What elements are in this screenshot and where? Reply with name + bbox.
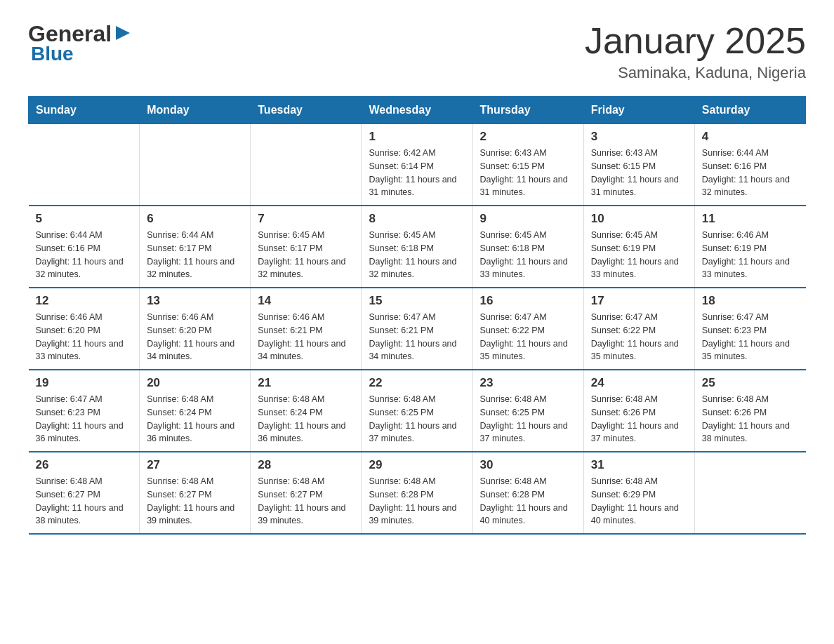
day-number: 10 <box>591 212 687 226</box>
day-number: 8 <box>369 212 465 226</box>
calendar-cell: 2Sunrise: 6:43 AM Sunset: 6:15 PM Daylig… <box>472 124 583 206</box>
day-number: 11 <box>702 212 799 226</box>
day-number: 13 <box>147 294 243 308</box>
calendar-cell: 26Sunrise: 6:48 AM Sunset: 6:27 PM Dayli… <box>29 452 140 534</box>
day-info: Sunrise: 6:48 AM Sunset: 6:27 PM Dayligh… <box>36 475 133 528</box>
day-info: Sunrise: 6:42 AM Sunset: 6:14 PM Dayligh… <box>369 147 465 199</box>
day-info: Sunrise: 6:48 AM Sunset: 6:25 PM Dayligh… <box>480 393 576 445</box>
calendar-cell <box>251 124 362 206</box>
day-number: 7 <box>258 212 354 226</box>
header-day-wednesday: Wednesday <box>362 97 472 124</box>
calendar-cell: 27Sunrise: 6:48 AM Sunset: 6:27 PM Dayli… <box>140 452 251 534</box>
day-number: 5 <box>36 212 133 226</box>
calendar-cell: 24Sunrise: 6:48 AM Sunset: 6:26 PM Dayli… <box>583 370 694 452</box>
calendar-cell: 21Sunrise: 6:48 AM Sunset: 6:24 PM Dayli… <box>251 370 362 452</box>
day-info: Sunrise: 6:48 AM Sunset: 6:27 PM Dayligh… <box>258 475 354 528</box>
day-info: Sunrise: 6:44 AM Sunset: 6:17 PM Dayligh… <box>147 229 243 281</box>
day-info: Sunrise: 6:47 AM Sunset: 6:22 PM Dayligh… <box>480 311 576 363</box>
day-number: 4 <box>702 130 799 144</box>
calendar-week-row: 19Sunrise: 6:47 AM Sunset: 6:23 PM Dayli… <box>29 370 806 452</box>
calendar-cell: 31Sunrise: 6:48 AM Sunset: 6:29 PM Dayli… <box>583 452 694 534</box>
calendar-header-row: SundayMondayTuesdayWednesdayThursdayFrid… <box>29 97 806 124</box>
calendar-cell: 12Sunrise: 6:46 AM Sunset: 6:20 PM Dayli… <box>29 288 140 370</box>
day-number: 21 <box>258 376 354 390</box>
calendar-cell: 3Sunrise: 6:43 AM Sunset: 6:15 PM Daylig… <box>583 124 694 206</box>
day-number: 26 <box>36 458 133 472</box>
calendar-cell: 18Sunrise: 6:47 AM Sunset: 6:23 PM Dayli… <box>694 288 805 370</box>
day-number: 30 <box>480 458 576 472</box>
day-info: Sunrise: 6:46 AM Sunset: 6:20 PM Dayligh… <box>147 311 243 363</box>
calendar-cell: 13Sunrise: 6:46 AM Sunset: 6:20 PM Dayli… <box>140 288 251 370</box>
day-number: 27 <box>147 458 243 472</box>
day-info: Sunrise: 6:47 AM Sunset: 6:22 PM Dayligh… <box>591 311 687 363</box>
day-number: 16 <box>480 294 576 308</box>
day-number: 6 <box>147 212 243 226</box>
header-day-friday: Friday <box>583 97 694 124</box>
calendar-cell: 8Sunrise: 6:45 AM Sunset: 6:18 PM Daylig… <box>362 206 472 288</box>
day-info: Sunrise: 6:44 AM Sunset: 6:16 PM Dayligh… <box>36 229 133 281</box>
day-number: 28 <box>258 458 354 472</box>
day-info: Sunrise: 6:48 AM Sunset: 6:29 PM Dayligh… <box>591 475 687 528</box>
calendar-cell: 4Sunrise: 6:44 AM Sunset: 6:16 PM Daylig… <box>694 124 805 206</box>
day-info: Sunrise: 6:45 AM Sunset: 6:18 PM Dayligh… <box>369 229 465 281</box>
calendar-week-row: 12Sunrise: 6:46 AM Sunset: 6:20 PM Dayli… <box>29 288 806 370</box>
day-info: Sunrise: 6:48 AM Sunset: 6:24 PM Dayligh… <box>147 393 243 445</box>
day-number: 20 <box>147 376 243 390</box>
calendar-cell <box>694 452 805 534</box>
calendar-cell: 14Sunrise: 6:46 AM Sunset: 6:21 PM Dayli… <box>251 288 362 370</box>
day-number: 12 <box>36 294 133 308</box>
header-day-saturday: Saturday <box>694 97 805 124</box>
day-info: Sunrise: 6:48 AM Sunset: 6:26 PM Dayligh… <box>702 393 799 445</box>
calendar-cell: 5Sunrise: 6:44 AM Sunset: 6:16 PM Daylig… <box>29 206 140 288</box>
day-number: 17 <box>591 294 687 308</box>
header-day-thursday: Thursday <box>472 97 583 124</box>
day-number: 9 <box>480 212 576 226</box>
svg-marker-0 <box>116 26 130 40</box>
calendar-cell: 11Sunrise: 6:46 AM Sunset: 6:19 PM Dayli… <box>694 206 805 288</box>
calendar-cell: 9Sunrise: 6:45 AM Sunset: 6:18 PM Daylig… <box>472 206 583 288</box>
calendar-week-row: 5Sunrise: 6:44 AM Sunset: 6:16 PM Daylig… <box>29 206 806 288</box>
day-info: Sunrise: 6:47 AM Sunset: 6:21 PM Dayligh… <box>369 311 465 363</box>
day-info: Sunrise: 6:48 AM Sunset: 6:27 PM Dayligh… <box>147 475 243 528</box>
day-number: 14 <box>258 294 354 308</box>
calendar-cell: 10Sunrise: 6:45 AM Sunset: 6:19 PM Dayli… <box>583 206 694 288</box>
day-number: 22 <box>369 376 465 390</box>
day-number: 18 <box>702 294 799 308</box>
calendar-cell: 20Sunrise: 6:48 AM Sunset: 6:24 PM Dayli… <box>140 370 251 452</box>
calendar-week-row: 26Sunrise: 6:48 AM Sunset: 6:27 PM Dayli… <box>29 452 806 534</box>
day-info: Sunrise: 6:48 AM Sunset: 6:24 PM Dayligh… <box>258 393 354 445</box>
day-info: Sunrise: 6:46 AM Sunset: 6:21 PM Dayligh… <box>258 311 354 363</box>
title-block: January 2025 Saminaka, Kaduna, Nigeria <box>585 21 806 82</box>
month-title: January 2025 <box>585 21 806 61</box>
day-number: 24 <box>591 376 687 390</box>
calendar-cell: 17Sunrise: 6:47 AM Sunset: 6:22 PM Dayli… <box>583 288 694 370</box>
day-number: 19 <box>36 376 133 390</box>
header-day-monday: Monday <box>140 97 251 124</box>
day-number: 23 <box>480 376 576 390</box>
calendar-cell: 6Sunrise: 6:44 AM Sunset: 6:17 PM Daylig… <box>140 206 251 288</box>
day-info: Sunrise: 6:45 AM Sunset: 6:19 PM Dayligh… <box>591 229 687 281</box>
day-number: 15 <box>369 294 465 308</box>
header-day-sunday: Sunday <box>29 97 140 124</box>
calendar-cell: 7Sunrise: 6:45 AM Sunset: 6:17 PM Daylig… <box>251 206 362 288</box>
page-header: General Blue January 2025 Saminaka, Kadu… <box>28 21 806 82</box>
day-number: 2 <box>480 130 576 144</box>
day-info: Sunrise: 6:48 AM Sunset: 6:28 PM Dayligh… <box>369 475 465 528</box>
day-info: Sunrise: 6:45 AM Sunset: 6:17 PM Dayligh… <box>258 229 354 281</box>
day-info: Sunrise: 6:43 AM Sunset: 6:15 PM Dayligh… <box>480 147 576 199</box>
day-info: Sunrise: 6:47 AM Sunset: 6:23 PM Dayligh… <box>36 393 133 445</box>
day-info: Sunrise: 6:44 AM Sunset: 6:16 PM Dayligh… <box>702 147 799 199</box>
day-info: Sunrise: 6:43 AM Sunset: 6:15 PM Dayligh… <box>591 147 687 199</box>
calendar-cell: 22Sunrise: 6:48 AM Sunset: 6:25 PM Dayli… <box>362 370 472 452</box>
calendar-cell <box>140 124 251 206</box>
day-info: Sunrise: 6:45 AM Sunset: 6:18 PM Dayligh… <box>480 229 576 281</box>
day-info: Sunrise: 6:48 AM Sunset: 6:25 PM Dayligh… <box>369 393 465 445</box>
calendar-cell: 1Sunrise: 6:42 AM Sunset: 6:14 PM Daylig… <box>362 124 472 206</box>
calendar-cell: 25Sunrise: 6:48 AM Sunset: 6:26 PM Dayli… <box>694 370 805 452</box>
location-subtitle: Saminaka, Kaduna, Nigeria <box>585 64 806 82</box>
day-number: 31 <box>591 458 687 472</box>
day-number: 3 <box>591 130 687 144</box>
day-info: Sunrise: 6:46 AM Sunset: 6:20 PM Dayligh… <box>36 311 133 363</box>
calendar-cell: 29Sunrise: 6:48 AM Sunset: 6:28 PM Dayli… <box>362 452 472 534</box>
day-number: 1 <box>369 130 465 144</box>
